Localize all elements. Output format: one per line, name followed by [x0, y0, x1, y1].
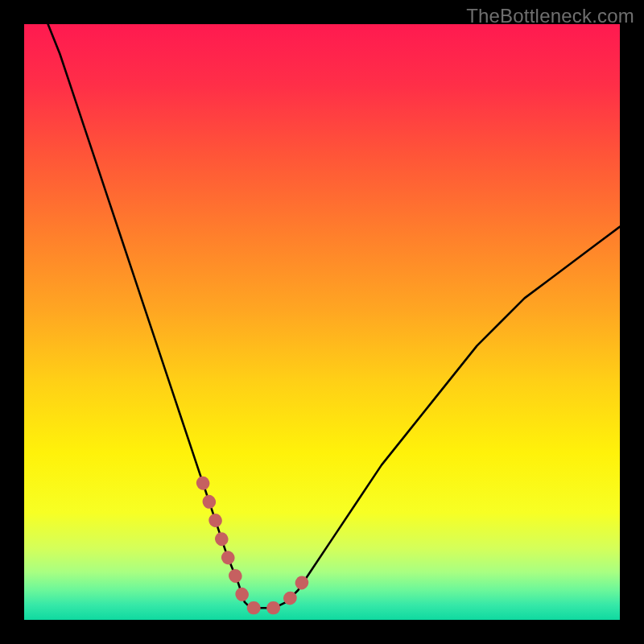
- plot-area: [24, 24, 620, 620]
- min-region-dots: [203, 483, 310, 608]
- bottleneck-curve: [48, 24, 620, 608]
- curve-layer: [24, 24, 620, 620]
- highlight-path: [203, 483, 310, 608]
- chart-frame: TheBottleneck.com: [0, 0, 644, 644]
